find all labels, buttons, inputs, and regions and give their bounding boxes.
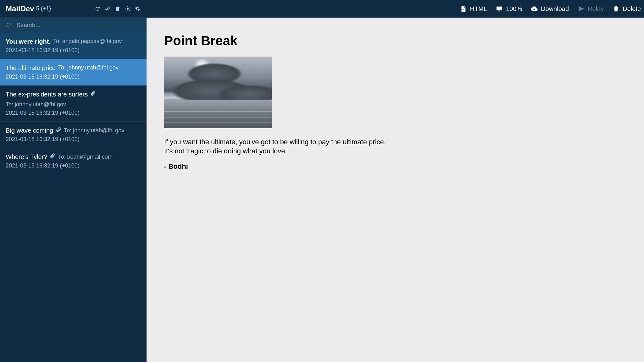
paperclip-icon [90,90,96,98]
mail-to: To: bodhi@gmail.com [58,153,112,161]
email-body: Point Break If you want the ultimate, yo… [147,18,644,362]
mail-date: 2021-03-18 16:32:19 (+0100) [6,74,141,80]
toolbar: </> HTML 100% Download Relay Delete [147,0,644,18]
relay-label: Relay [588,5,604,13]
mail-subject: Big wave coming [6,126,53,135]
svg-rect-11 [498,11,500,12]
mail-subject: The ex-presidents are surfers [6,90,88,99]
paperclip-icon [56,127,61,134]
settings-sun-icon[interactable] [123,4,132,13]
zoom-label: 100% [506,5,522,13]
mail-subject: The ultimate price [6,63,56,72]
mail-date: 2021-03-18 16:32:19 (+0100) [6,136,141,143]
mail-item[interactable]: Big wave comingTo: johnny.utah@fbi.gov20… [0,122,147,148]
paperclip-icon [50,153,55,161]
mail-to: To: johnny.utah@fbi.gov [64,127,124,134]
svg-text:</>: </> [462,9,465,11]
mail-to: To: johnny.utah@fbi.gov [58,64,119,72]
main-panel: </> HTML 100% Download Relay Delete Poin… [147,0,644,362]
delete-label: Delete [623,5,641,13]
mail-item[interactable]: Where's Tyler?To: bodhi@gmail.com2021-03… [0,148,147,174]
svg-line-6 [129,10,130,11]
delete-button[interactable]: Delete [613,5,641,13]
mail-list: You were right.To: angelo.pappas@fbi.gov… [0,33,147,362]
email-signature: - Bodhi [164,162,626,171]
svg-line-7 [126,10,126,11]
delete-all-icon[interactable] [113,4,122,13]
svg-rect-10 [497,7,502,10]
view-html-label: HTML [470,5,487,13]
mail-to: To: angelo.pappas@fbi.gov [53,37,122,45]
refresh-icon[interactable] [93,4,102,13]
zoom-button[interactable]: 100% [496,5,522,13]
mark-all-read-icon[interactable] [103,4,112,13]
mail-count-badge: 5 (+1) [36,5,51,12]
download-button[interactable]: Download [531,5,569,13]
sidebar: MailDev 5 (+1) You were right.To: angelo… [0,0,147,362]
gear-icon[interactable] [133,4,142,13]
email-paragraph: If you want the ultimate, you've got to … [164,138,626,156]
search-bar [0,18,147,33]
search-icon [6,22,13,29]
mail-to: To: johnny.utah@fbi.gov [6,101,66,108]
mail-item[interactable]: The ex-presidents are surfersTo: johnny.… [0,85,147,122]
mail-subject: You were right. [6,37,51,46]
mail-item[interactable]: You were right.To: angelo.pappas@fbi.gov… [0,33,147,59]
svg-line-8 [129,7,130,8]
svg-line-5 [126,7,126,8]
view-html-button[interactable]: </> HTML [460,5,487,13]
email-image [164,57,272,128]
sidebar-header: MailDev 5 (+1) [0,0,147,18]
mail-item[interactable]: The ultimate priceTo: johnny.utah@fbi.go… [0,59,147,85]
app-title: MailDev [6,4,34,13]
mail-subject: Where's Tyler? [6,152,47,161]
relay-button[interactable]: Relay [578,5,604,13]
email-title: Point Break [164,33,626,48]
mail-date: 2021-03-18 16:32:19 (+0100) [6,110,141,116]
download-label: Download [541,5,569,13]
mail-date: 2021-03-18 16:32:19 (+0100) [6,47,141,54]
svg-point-0 [127,8,129,10]
search-input[interactable] [16,22,141,29]
mail-date: 2021-03-18 16:32:19 (+0100) [6,162,141,169]
